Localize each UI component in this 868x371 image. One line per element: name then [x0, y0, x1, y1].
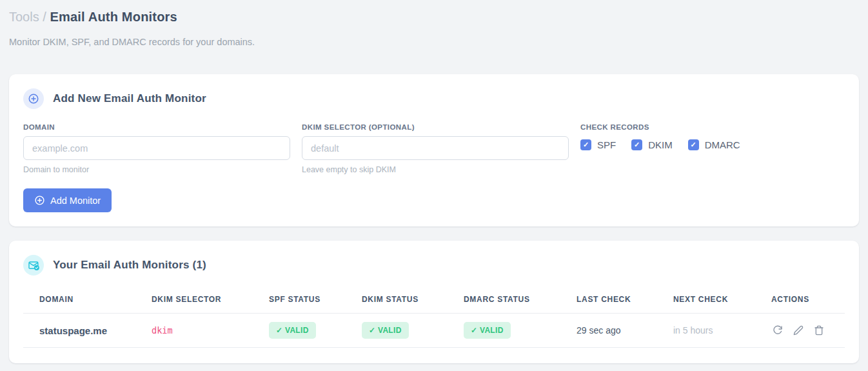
add-monitor-card-title: Add New Email Auth Monitor [53, 92, 206, 105]
dmarc-status-cell: ✓ VALID [464, 322, 577, 339]
table-row: statuspage.me dkim ✓ VALID ✓ VALID ✓ VAL… [23, 314, 845, 348]
dkim-checkbox[interactable]: ✓ [631, 139, 642, 150]
dkim-selector-input[interactable] [302, 136, 569, 160]
breadcrumb: Tools / Email Auth Monitors [9, 8, 859, 26]
dkim-status-badge: ✓ VALID [362, 322, 409, 339]
dmarc-checkbox[interactable]: ✓ [688, 139, 699, 150]
dkim-selector-field-label: DKIM SELECTOR (OPTIONAL) [302, 123, 569, 131]
monitors-table: DOMAIN DKIM SELECTOR SPF STATUS DKIM STA… [23, 286, 845, 348]
spf-checkbox-label: SPF [597, 139, 616, 150]
plus-circle-icon [34, 195, 45, 206]
dkim-checkbox-item[interactable]: ✓ DKIM [631, 139, 673, 150]
trash-icon [814, 325, 824, 336]
dkim-selector-field-group: DKIM SELECTOR (OPTIONAL) Leave empty to … [302, 123, 569, 174]
domain-field-group: DOMAIN Domain to monitor [23, 123, 290, 174]
breadcrumb-separator: / [43, 10, 46, 24]
table-header-row: DOMAIN DKIM SELECTOR SPF STATUS DKIM STA… [23, 286, 845, 314]
domain-field-helper: Domain to monitor [23, 165, 290, 174]
add-monitor-button[interactable]: Add Monitor [23, 188, 112, 212]
add-monitor-card-header: Add New Email Auth Monitor [23, 88, 845, 109]
pencil-icon [793, 325, 804, 336]
page-subtitle: Monitor DKIM, SPF, and DMARC records for… [9, 37, 859, 47]
check-records-label: CHECK RECORDS [580, 123, 845, 131]
check-records-options: ✓ SPF ✓ DKIM ✓ DMARC [580, 139, 845, 150]
spf-checkbox-item[interactable]: ✓ SPF [580, 139, 616, 150]
monitors-list-card: Your Email Auth Monitors (1) DOMAIN DKIM… [9, 241, 859, 363]
col-header-domain: DOMAIN [39, 295, 152, 304]
add-monitor-card: Add New Email Auth Monitor DOMAIN Domain… [9, 74, 859, 226]
dmarc-status-badge: ✓ VALID [464, 322, 511, 339]
dkim-selector-field-helper: Leave empty to skip DKIM [302, 165, 569, 174]
spf-status-cell: ✓ VALID [269, 322, 362, 339]
col-header-spf-status: SPF STATUS [269, 295, 362, 304]
breadcrumb-tools-link[interactable]: Tools [9, 10, 39, 24]
monitors-card-header: Your Email Auth Monitors (1) [23, 255, 845, 276]
spf-status-badge: ✓ VALID [269, 322, 316, 339]
spf-checkbox[interactable]: ✓ [580, 139, 591, 150]
add-monitor-form: DOMAIN Domain to monitor DKIM SELECTOR (… [23, 123, 845, 174]
check-records-group: CHECK RECORDS ✓ SPF ✓ DKIM ✓ DMARC [580, 123, 845, 174]
add-monitor-button-label: Add Monitor [50, 196, 101, 206]
col-header-dmarc-status: DMARC STATUS [464, 295, 577, 304]
dmarc-checkbox-item[interactable]: ✓ DMARC [688, 139, 740, 150]
domain-input[interactable] [23, 136, 290, 160]
monitor-dkim-selector: dkim [152, 325, 269, 336]
refresh-icon [773, 325, 783, 336]
monitors-card-title: Your Email Auth Monitors (1) [53, 259, 206, 272]
domain-field-label: DOMAIN [23, 123, 290, 131]
email-auth-monitors-page: Tools / Email Auth Monitors Monitor DKIM… [0, 0, 868, 363]
monitor-last-check: 29 sec ago [577, 325, 673, 336]
monitor-domain: statuspage.me [39, 325, 152, 336]
dmarc-checkbox-label: DMARC [705, 139, 740, 150]
plus-circle-icon [23, 88, 44, 109]
page-title: Email Auth Monitors [50, 10, 177, 24]
dkim-checkbox-label: DKIM [648, 139, 673, 150]
col-header-last-check: LAST CHECK [577, 295, 673, 304]
col-header-actions: ACTIONS [771, 295, 845, 304]
envelope-check-icon [23, 255, 44, 276]
col-header-dkim-status: DKIM STATUS [362, 295, 464, 304]
dkim-status-cell: ✓ VALID [362, 322, 464, 339]
monitor-next-check: in 5 hours [673, 325, 771, 336]
col-header-dkim-selector: DKIM SELECTOR [152, 295, 269, 304]
col-header-next-check: NEXT CHECK [673, 295, 771, 304]
edit-button[interactable] [792, 324, 805, 337]
row-actions [771, 324, 845, 337]
refresh-button[interactable] [771, 324, 784, 337]
delete-button[interactable] [813, 324, 825, 337]
